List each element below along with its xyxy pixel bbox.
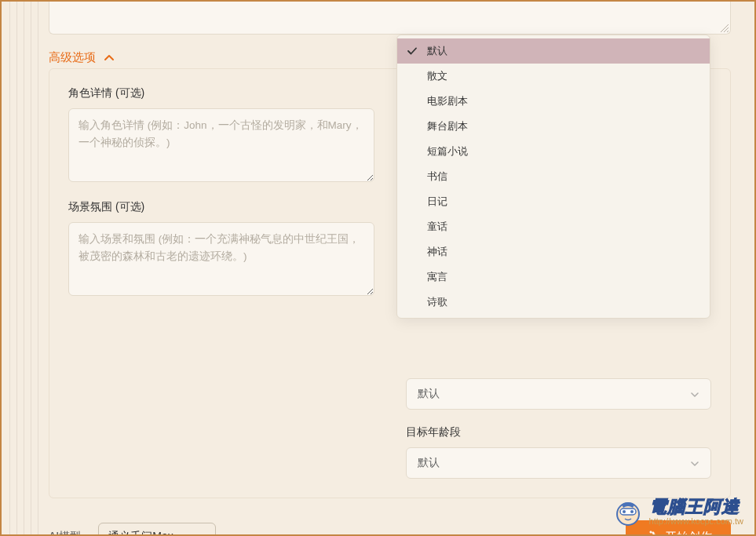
model-select[interactable]: 通义千问Max (98, 523, 216, 536)
left-column: 角色详情 (可选) 场景氛围 (可选) (68, 86, 374, 479)
setting-label: 场景氛围 (可选) (68, 200, 374, 214)
advanced-options-label: 高级选项 (49, 50, 96, 65)
chevron-down-icon (690, 458, 699, 468)
dropdown-item[interactable]: 散文 (397, 64, 710, 89)
model-select-value: 通义千问Max (108, 530, 173, 536)
dropdown-item-label: 短篇小说 (427, 144, 468, 159)
dropdown-item-label: 神话 (427, 245, 447, 259)
age-select[interactable]: 默认 (406, 447, 712, 479)
genre-select[interactable]: 默认 (406, 378, 712, 410)
dropdown-item-label: 童话 (427, 220, 447, 234)
dropdown-item-label: 电影剧本 (427, 94, 468, 108)
dropdown-item-label: 日记 (427, 195, 447, 209)
start-button-label: 开始创作 (665, 530, 712, 537)
dropdown-item-label: 寓言 (427, 270, 447, 284)
dropdown-item[interactable]: 电影剧本 (397, 89, 710, 114)
dropdown-item[interactable]: 书信 (397, 164, 710, 189)
chevron-down-icon (690, 389, 699, 399)
watermark: 電腦王阿達 http://www.kocpc.com.tw (612, 495, 743, 528)
dropdown-item-label: 默认 (427, 44, 447, 58)
dropdown-item[interactable]: 诗歌 (397, 290, 710, 315)
genre-select-value: 默认 (418, 387, 440, 401)
check-icon (407, 46, 418, 57)
writing-type-dropdown[interactable]: 默认散文电影剧本舞台剧本短篇小说书信日记童话神话寓言诗歌 (396, 35, 710, 319)
advanced-options-toggle[interactable]: 高级选项 (49, 50, 115, 65)
dropdown-item-label: 散文 (427, 69, 447, 83)
dropdown-item[interactable]: 日记 (397, 189, 710, 214)
age-label: 目标年龄段 (406, 425, 712, 439)
setting-textarea[interactable] (68, 222, 374, 296)
svg-point-2 (623, 510, 626, 513)
resize-handle-icon[interactable] (721, 24, 729, 32)
character-label: 角色详情 (可选) (68, 86, 374, 100)
model-label: AI模型： (49, 530, 92, 536)
dropdown-item[interactable]: 寓言 (397, 264, 710, 290)
mascot-icon (612, 495, 645, 528)
dropdown-item-label: 书信 (427, 170, 447, 184)
dropdown-item[interactable]: 默认 (397, 38, 710, 64)
top-textarea[interactable] (49, 0, 731, 35)
dropdown-item[interactable]: 童话 (397, 214, 710, 239)
dropdown-item[interactable]: 神话 (397, 239, 710, 264)
dropdown-item-label: 诗歌 (427, 295, 447, 309)
dropdown-item-label: 舞台剧本 (427, 119, 468, 133)
svg-point-3 (630, 510, 634, 513)
character-textarea[interactable] (68, 108, 374, 182)
dropdown-item[interactable]: 短篇小说 (397, 139, 710, 164)
dropdown-item[interactable]: 舞台剧本 (397, 114, 710, 139)
magic-wand-icon (645, 531, 657, 536)
chevron-up-icon (104, 53, 115, 64)
watermark-title: 電腦王阿達 (649, 498, 743, 516)
age-select-value: 默认 (418, 456, 440, 470)
watermark-url: http://www.kocpc.com.tw (649, 517, 743, 526)
